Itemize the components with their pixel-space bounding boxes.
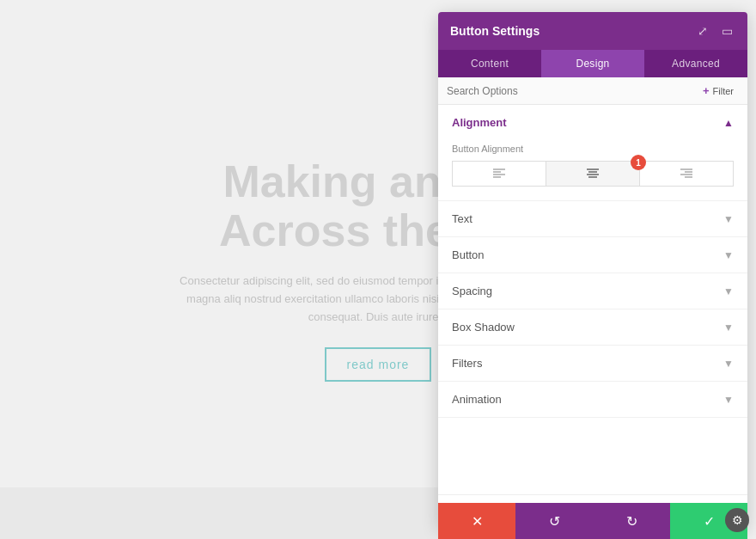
filter-button[interactable]: + Filter (698, 83, 739, 99)
section-animation: Animation ▼ (438, 382, 747, 418)
section-filters: Filters ▼ (438, 346, 747, 382)
tab-advanced[interactable]: Advanced (644, 50, 747, 77)
undo-button[interactable]: ↺ (515, 503, 593, 539)
section-text-header[interactable]: Text ▼ (438, 201, 747, 236)
active-badge: 1 (631, 155, 646, 170)
panel-body: Alignment ▲ Button Alignment (438, 105, 747, 494)
section-button-title: Button (452, 248, 485, 261)
action-bar: ✕ ↺ ↻ ✓ (438, 503, 747, 539)
filter-label: Filter (713, 86, 734, 96)
search-input[interactable] (447, 85, 692, 97)
section-button-header[interactable]: Button ▼ (438, 237, 747, 273)
filter-plus-icon: + (703, 84, 710, 97)
collapse-icon[interactable]: ▭ (718, 22, 735, 40)
panel-title: Button Settings (450, 24, 540, 38)
redo-button[interactable]: ↻ (593, 503, 670, 539)
section-box-shadow-title: Box Shadow (452, 321, 515, 334)
alignment-label: Button Alignment (452, 144, 734, 154)
panel-header: Button Settings ⤢ ▭ (438, 12, 747, 50)
chevron-down-icon-3: ▼ (723, 285, 734, 297)
chevron-down-icon-4: ▼ (723, 322, 734, 334)
section-box-shadow: Box Shadow ▼ (438, 309, 747, 346)
read-more-button[interactable]: read more (325, 347, 432, 382)
search-bar: + Filter (438, 77, 747, 105)
button-settings-panel: Button Settings ⤢ ▭ Content Design Advan… (438, 12, 747, 528)
chevron-down-icon: ▼ (723, 213, 734, 225)
tab-design[interactable]: Design (541, 50, 644, 77)
section-text-title: Text (452, 212, 472, 225)
section-alignment-title: Alignment (452, 116, 507, 129)
panel-tabs: Content Design Advanced (438, 50, 747, 77)
section-spacing: Spacing ▼ (438, 273, 747, 309)
section-box-shadow-header[interactable]: Box Shadow ▼ (438, 309, 747, 345)
section-spacing-title: Spacing (452, 285, 492, 297)
expand-icon[interactable]: ⤢ (694, 22, 711, 40)
align-left-button[interactable] (452, 161, 546, 187)
cancel-button[interactable]: ✕ (438, 503, 515, 539)
corner-help-icon[interactable]: ⚙ (725, 508, 749, 532)
page-bottom-strip (0, 487, 438, 539)
section-filters-header[interactable]: Filters ▼ (438, 346, 747, 381)
chevron-down-icon-5: ▼ (723, 358, 734, 370)
section-spacing-header[interactable]: Spacing ▼ (438, 273, 747, 309)
section-alignment: Alignment ▲ Button Alignment (438, 105, 747, 201)
chevron-up-icon: ▲ (723, 117, 734, 129)
tab-content[interactable]: Content (438, 50, 541, 77)
section-button: Button ▼ (438, 237, 747, 273)
alignment-content: Button Alignment 1 (438, 140, 747, 200)
section-filters-title: Filters (452, 357, 482, 370)
align-right-button[interactable] (639, 161, 734, 187)
section-animation-header[interactable]: Animation ▼ (438, 382, 747, 417)
chevron-down-icon-2: ▼ (723, 249, 734, 261)
alignment-buttons: 1 (452, 161, 734, 187)
chevron-down-icon-6: ▼ (723, 394, 734, 406)
section-animation-title: Animation (452, 393, 502, 406)
section-text: Text ▼ (438, 201, 747, 237)
section-alignment-header[interactable]: Alignment ▲ (438, 105, 747, 140)
align-center-button[interactable]: 1 (546, 161, 639, 187)
panel-header-icons: ⤢ ▭ (694, 22, 735, 40)
